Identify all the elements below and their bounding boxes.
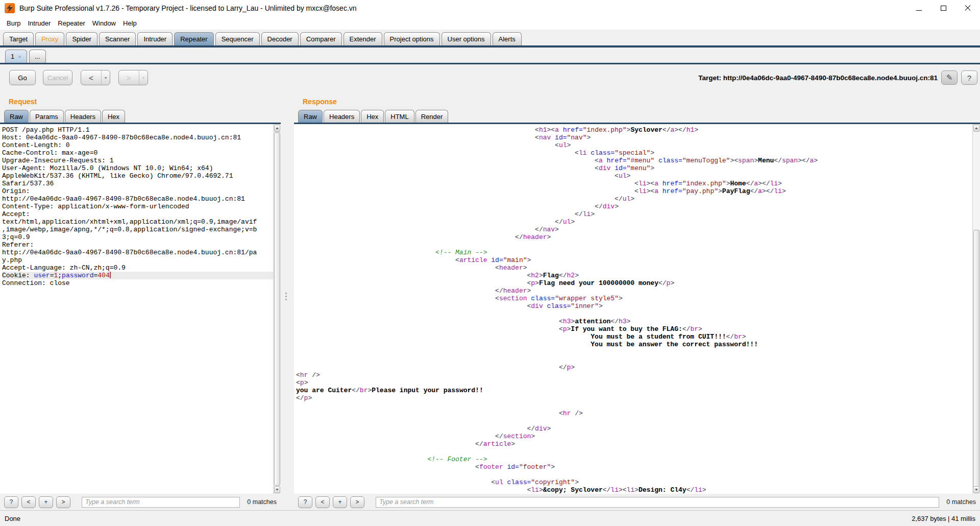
response-line: <h1><a href="index.php">Syclover</a></h1… <box>296 126 972 134</box>
session-tab-1[interactable]: 1× <box>5 50 27 63</box>
panel-divider[interactable] <box>281 91 294 510</box>
response-line <box>296 348 972 356</box>
search-help-button[interactable]: ? <box>4 496 18 508</box>
minimize-button[interactable] <box>906 0 931 16</box>
request-match-count: 0 matches <box>247 498 277 506</box>
session-tab-label: 1 <box>11 53 14 60</box>
request-header: Request <box>0 91 281 107</box>
response-line: <ul> <box>296 141 972 149</box>
search-next-button[interactable]: > <box>350 496 364 508</box>
close-button[interactable] <box>955 0 980 16</box>
menu-item-repeater[interactable]: Repeater <box>54 19 88 27</box>
search-options-button[interactable]: + <box>39 496 53 508</box>
scroll-up-icon[interactable] <box>973 125 979 132</box>
response-header: Response <box>294 91 980 107</box>
tab-scanner[interactable]: Scanner <box>99 32 136 45</box>
response-scroll-thumb[interactable] <box>973 230 979 488</box>
help-icon: ? <box>967 74 971 82</box>
menu-item-help[interactable]: Help <box>119 19 140 27</box>
response-line: <li><a href="pay.php">PayFlag</a></li> <box>296 187 972 195</box>
back-dropdown-icon[interactable]: ▾ <box>101 70 110 85</box>
request-tab-raw[interactable]: Raw <box>4 110 29 123</box>
main-tab-row: TargetProxySpiderScannerIntruderRepeater… <box>0 30 980 45</box>
response-viewer[interactable]: <h1><a href="index.php">Syclover</a></h1… <box>294 124 980 494</box>
tab-target[interactable]: Target <box>3 32 34 45</box>
divider-grip-icon[interactable] <box>285 291 287 302</box>
scroll-down-icon[interactable] <box>973 486 979 493</box>
request-line: Connection: close <box>2 279 273 287</box>
response-search-bar: ?<+> 0 matches <box>294 494 980 510</box>
request-tab-headers[interactable]: Headers <box>65 110 101 123</box>
response-line <box>296 241 972 249</box>
request-tab-row: RawParamsHeadersHex <box>0 107 281 123</box>
request-line: Referer: <box>2 241 273 249</box>
tab-sequencer[interactable]: Sequencer <box>215 32 260 45</box>
burp-app-icon <box>5 3 15 13</box>
response-line: </section> <box>296 433 972 440</box>
response-tab-render[interactable]: Render <box>415 110 449 123</box>
search-options-button[interactable]: + <box>333 496 347 508</box>
history-back-button[interactable]: < ▾ <box>81 70 110 85</box>
scroll-up-icon[interactable] <box>274 125 280 132</box>
request-line: http://0e4a06dc-9aa0-4967-8490-87b0c68ec… <box>2 249 273 256</box>
request-line: Content-Type: application/x-www-form-url… <box>2 203 273 210</box>
response-tab-html[interactable]: HTML <box>385 110 414 123</box>
close-tab-icon[interactable]: × <box>18 54 21 60</box>
response-tab-raw[interactable]: Raw <box>298 110 323 123</box>
search-previous-button[interactable]: < <box>315 496 330 508</box>
tab-extender[interactable]: Extender <box>344 32 382 45</box>
response-line: <hr /> <box>296 371 972 379</box>
response-line <box>296 448 972 456</box>
request-scroll-thumb[interactable] <box>274 132 280 486</box>
request-editor[interactable]: POST /pay.php HTTP/1.1Host: 0e4a06dc-9aa… <box>0 124 281 494</box>
back-arrow-icon: < <box>81 70 101 85</box>
tab-spider[interactable]: Spider <box>66 32 97 45</box>
go-button[interactable]: Go <box>9 70 36 85</box>
tab-project-options[interactable]: Project options <box>384 32 440 45</box>
menu-item-window[interactable]: Window <box>89 19 119 27</box>
search-previous-button[interactable]: < <box>21 496 36 508</box>
response-tab-headers[interactable]: Headers <box>324 110 360 123</box>
response-tab-row: RawHeadersHexHTMLRender <box>294 107 980 123</box>
request-line: Accept: <box>2 210 273 218</box>
response-search-input[interactable] <box>376 497 939 508</box>
tab-alerts[interactable]: Alerts <box>493 32 522 45</box>
tab-decoder[interactable]: Decoder <box>261 32 299 45</box>
maximize-button[interactable] <box>931 0 955 16</box>
session-tab--[interactable]: ... <box>29 50 46 63</box>
request-line: POST /pay.php HTTP/1.1 <box>2 126 273 134</box>
menu-item-burp[interactable]: Burp <box>3 19 24 27</box>
cancel-button[interactable]: Cancel <box>43 70 72 85</box>
tab-intruder[interactable]: Intruder <box>137 32 173 45</box>
request-code[interactable]: POST /pay.php HTTP/1.1Host: 0e4a06dc-9aa… <box>0 124 273 494</box>
menu-item-intruder[interactable]: Intruder <box>24 19 54 27</box>
response-line: <a href="#menu" class="menuToggle"><span… <box>296 157 972 164</box>
request-tab-params[interactable]: Params <box>30 110 64 123</box>
response-tab-hex[interactable]: Hex <box>361 110 384 123</box>
request-line: Host: 0e4a06dc-9aa0-4967-8490-87b0c68eca… <box>2 134 273 141</box>
response-search-buttons: ?<+> <box>298 496 364 508</box>
tab-user-options[interactable]: User options <box>442 32 491 45</box>
edit-target-button[interactable]: ✎ <box>941 70 958 85</box>
tab-proxy[interactable]: Proxy <box>35 32 64 45</box>
response-line: <hr /> <box>296 410 972 417</box>
help-button[interactable]: ? <box>961 70 977 85</box>
status-bar: Done 2,637 bytes | 41 millis <box>0 510 980 526</box>
request-scrollbar[interactable] <box>273 124 281 494</box>
forward-dropdown-icon[interactable]: ▾ <box>139 70 148 85</box>
title-bar: Burp Suite Professional v1.7.26 - Tempor… <box>0 0 980 16</box>
search-help-button[interactable]: ? <box>298 496 312 508</box>
request-tab-hex[interactable]: Hex <box>102 110 125 123</box>
scroll-down-icon[interactable] <box>274 486 280 493</box>
tab-comparer[interactable]: Comparer <box>300 32 342 45</box>
status-text: Done <box>5 515 20 522</box>
response-code[interactable]: <h1><a href="index.php">Syclover</a></h1… <box>294 124 972 494</box>
response-line: </p> <box>296 364 972 371</box>
tab-repeater[interactable]: Repeater <box>174 32 213 45</box>
request-line: Cookie: user=1;password=404 <box>2 272 273 279</box>
request-search-input[interactable] <box>82 497 240 508</box>
search-next-button[interactable]: > <box>56 496 70 508</box>
history-forward-button[interactable]: > ▾ <box>118 70 148 85</box>
response-scrollbar[interactable] <box>972 124 980 494</box>
response-line: <li><a href="index.php">Home</a></li> <box>296 180 972 187</box>
